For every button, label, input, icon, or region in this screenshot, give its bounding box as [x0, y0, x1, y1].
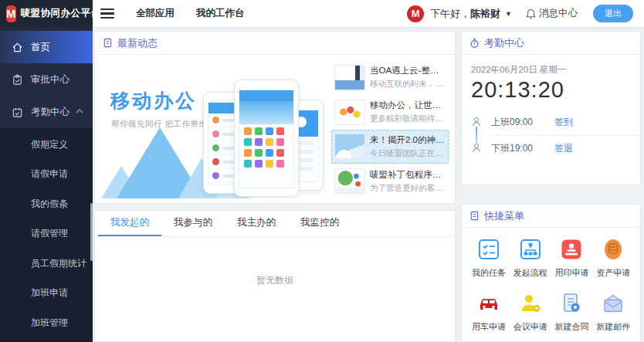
sidebar-item-approval-center[interactable]: 审批中心 [0, 63, 93, 96]
check-out-link[interactable]: 签退 [554, 142, 573, 155]
sidebar-item-label: 首页 [31, 41, 50, 54]
news-thumbnail [334, 168, 365, 194]
message-center-label: 消息中心 [539, 7, 578, 20]
sidebar-submenu: 假期定义 请假申请 我的假条 请假管理 员工假期统计 加班申请 加班管理 [0, 128, 93, 342]
sidebar-item-label: 考勤中心 [31, 106, 69, 119]
stopwatch-icon [469, 38, 480, 49]
quick-item-asset-request[interactable]: 资产申请 [592, 238, 634, 279]
news-title: 当OA遇上云-整个协同OA [370, 65, 446, 76]
app-logo-letter: M [6, 7, 16, 20]
avatar[interactable]: M [407, 5, 424, 22]
banner-illustration: 移动办公 帮你领先同行 把工作带出办公室 [101, 60, 325, 198]
latest-news-panel: 最新动态 移动办公 帮你领先同行 把工作带出办公室 [94, 31, 456, 204]
banner-title: 移动办公 [110, 88, 197, 113]
approval-icon [12, 74, 23, 86]
logout-button[interactable]: 退出 [593, 5, 633, 22]
news-title: 唛盟补丁包程序更新 [370, 169, 446, 181]
news-title: 移动办公，让世界触手可 [370, 100, 446, 111]
panel-title: 最新动态 [117, 36, 158, 50]
tab-initiated-by-me[interactable]: 我发起的 [98, 211, 161, 236]
latest-news-header: 最新动态 [95, 32, 455, 55]
user-greeting[interactable]: 下午好，陈裕财 [430, 7, 500, 21]
new-contract-icon [560, 292, 583, 315]
quick-item-label: 新建合同 [554, 321, 588, 333]
sidebar-item-overtime-management[interactable]: 加班管理 [0, 308, 93, 338]
sidebar-item-home[interactable]: 首页 [0, 31, 93, 63]
sidebar-item-attendance-center[interactable]: 考勤中心 [0, 96, 93, 128]
news-item[interactable]: 唛盟补丁包程序更新为了营造更好的客户体验，唛 [331, 164, 449, 198]
news-thumbnail [334, 100, 365, 125]
attendance-header: 考勤中心 [462, 32, 640, 55]
quick-item-label: 用印申请 [554, 267, 588, 279]
my-tasks-icon [477, 238, 500, 261]
app-title: 唛盟协同办公平台 [21, 7, 101, 20]
quick-item-meeting-request[interactable]: 会议申请 [510, 292, 551, 333]
sidebar-item-leave-request[interactable]: 请假申请 [0, 160, 93, 190]
tab-monitored-by-me[interactable]: 我监控的 [288, 211, 351, 236]
quick-menu-panel: 快捷菜单 我的任务 发起流程 用印申请 资产申请 用车申请 会议申请 新建合 [461, 204, 641, 342]
sidebar-item-overtime-request[interactable]: 加班申请 [0, 279, 93, 309]
new-mail-icon [602, 292, 625, 315]
sidebar-item-leave-management[interactable]: 请假管理 [0, 219, 93, 249]
sidebar-item-my-leave-notes[interactable]: 我的假条 [0, 189, 93, 219]
attendance-date: 2022年06月20日 星期一 [471, 64, 631, 76]
sidebar-item-holiday-definition[interactable]: 假期定义 [0, 130, 93, 160]
attendance-panel: 考勤中心 2022年06月20日 星期一 20:13:20 上班09:00 签到… [461, 31, 641, 185]
check-in-link[interactable]: 签到 [554, 116, 573, 129]
empty-state-text: 暂无数据 [95, 274, 455, 287]
person-icon [471, 143, 482, 154]
quick-item-new-contract[interactable]: 新建合同 [551, 292, 593, 333]
attendance-icon [12, 107, 23, 118]
attendance-rows: 上班09:00 签到 下班19:00 签退 [471, 109, 631, 161]
app-logo: M [6, 5, 16, 22]
my-tasks-panel: 我发起的 我参与的 我主办的 我监控的 暂无数据 [94, 210, 456, 342]
quick-item-new-mail[interactable]: 新建邮件 [592, 292, 634, 333]
menu-toggle-icon[interactable] [100, 6, 114, 22]
quick-item-label: 会议申请 [514, 321, 547, 333]
news-body: 移动办公 帮你领先同行 把工作带出办公室 [95, 55, 455, 204]
bell-icon [526, 8, 536, 19]
tab-participated-by-me[interactable]: 我参与的 [161, 211, 225, 236]
news-thumbnail [334, 134, 365, 159]
quick-item-seal-request[interactable]: 用印申请 [551, 238, 593, 279]
news-subtitle: 今日唛盟团队正在加班加点， [370, 148, 446, 159]
check-out-label: 下班19:00 [491, 142, 544, 155]
check-in-row: 上班09:00 签到 [471, 109, 631, 135]
news-subtitle: 为了营造更好的客户体验，唛 [370, 183, 446, 194]
news-item-selected[interactable]: 来！揭开2.0的神秘面纱-今日唛盟团队正在加班加点， [331, 130, 449, 164]
quick-item-label: 发起流程 [514, 267, 547, 279]
document-icon [103, 38, 113, 48]
quick-item-label: 资产申请 [596, 267, 630, 279]
tasks-tabs: 我发起的 我参与的 我主办的 我监控的 [95, 211, 455, 237]
chevron-down-icon[interactable]: ▼ [505, 10, 512, 18]
nav-my-workbench[interactable]: 我的工作台 [196, 7, 245, 20]
phone-mockup-center [234, 80, 299, 197]
news-item[interactable]: 当OA遇上云-整个协同OA移动互联的到来，让OA与云 [331, 60, 449, 95]
message-center[interactable]: 消息中心 [526, 7, 578, 20]
check-in-label: 上班09:00 [491, 116, 544, 129]
check-out-row: 下班19:00 签退 [471, 135, 631, 161]
top-nav: 全部应用 我的工作台 [136, 7, 245, 20]
greeting-text: 下午好， [430, 8, 470, 19]
quick-menu-header: 快捷菜单 [462, 205, 640, 228]
home-icon [12, 42, 23, 53]
avatar-letter: M [412, 8, 420, 19]
tab-hosted-by-me[interactable]: 我主办的 [225, 211, 288, 236]
news-item[interactable]: 移动办公，让世界触手可更多精彩敬请期待…… [331, 95, 449, 130]
quick-menu-grid: 我的任务 发起流程 用印申请 资产申请 用车申请 会议申请 新建合同 新建邮件 [462, 228, 640, 333]
sidebar-item-employee-holiday-stats[interactable]: 员工假期统计 [0, 249, 93, 279]
news-thumbnail [334, 65, 365, 90]
car-request-icon [477, 292, 500, 315]
quick-item-my-tasks[interactable]: 我的任务 [468, 238, 510, 279]
quick-item-label: 用车申请 [472, 321, 506, 333]
start-flow-icon [519, 238, 542, 261]
top-header: M 唛盟协同办公平台 全部应用 我的工作台 M 下午好，陈裕财 ▼ 消息中心 退… [0, 0, 644, 27]
sidebar-scrollbar[interactable] [90, 203, 93, 261]
quick-item-start-flow[interactable]: 发起流程 [510, 238, 551, 279]
quick-item-car-request[interactable]: 用车申请 [468, 292, 510, 333]
nav-all-apps[interactable]: 全部应用 [136, 7, 175, 20]
chevron-up-icon [76, 109, 83, 113]
news-title: 来！揭开2.0的神秘面纱- [370, 134, 446, 146]
quick-item-label: 我的任务 [472, 267, 506, 279]
person-icon [471, 117, 482, 127]
